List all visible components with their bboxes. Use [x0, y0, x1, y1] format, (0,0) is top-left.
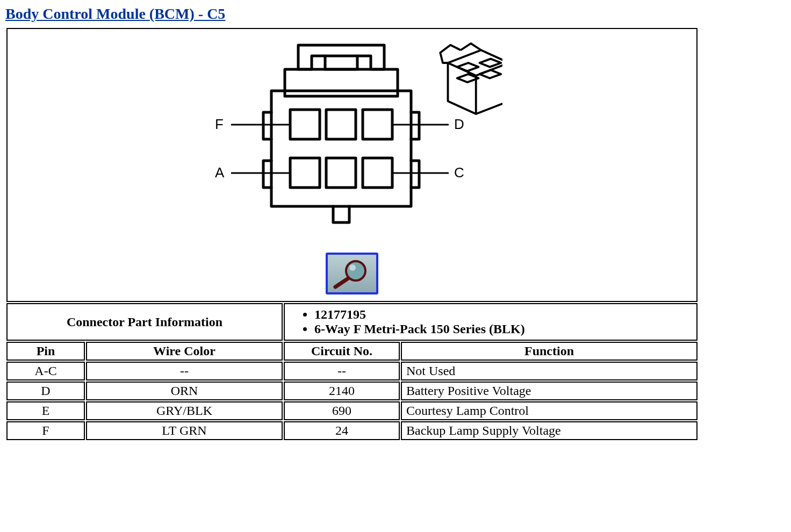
pin-label-f: F	[215, 116, 224, 133]
page-title[interactable]: Body Control Module (BCM) - C5	[5, 5, 225, 23]
header-wire: Wire Color	[86, 342, 283, 361]
pin-label-d: D	[454, 116, 464, 133]
cell-func: Backup Lamp Supply Voltage	[401, 421, 697, 440]
table-row: A-C -- -- Not Used	[6, 362, 697, 380]
diagram-cell: F D A C	[6, 28, 697, 302]
cell-circuit: 690	[284, 401, 400, 420]
pin-label-c: C	[454, 164, 464, 181]
svg-rect-0	[290, 110, 320, 139]
connector-diagram: F D A C	[202, 40, 502, 242]
cell-wire: LT GRN	[86, 421, 283, 440]
cell-circuit: 24	[284, 421, 400, 440]
svg-rect-1	[326, 110, 356, 139]
cell-pin: E	[6, 401, 85, 420]
connector-table: F D A C Connector Part Information 12177…	[5, 27, 699, 441]
cell-circuit: --	[284, 362, 400, 380]
cpi-label: Connector Part Information	[6, 303, 283, 341]
magnify-button[interactable]	[326, 253, 378, 294]
cell-circuit: 2140	[284, 382, 400, 400]
header-func: Function	[401, 342, 697, 361]
svg-rect-5	[363, 158, 392, 188]
cpi-desc: 6-Way F Metri-Pack 150 Series (BLK)	[314, 322, 693, 336]
cpi-values: 12177195 6-Way F Metri-Pack 150 Series (…	[284, 303, 697, 341]
svg-line-12	[335, 278, 348, 287]
cell-pin: A-C	[6, 362, 85, 380]
header-circuit: Circuit No.	[284, 342, 400, 361]
cell-wire: ORN	[86, 382, 283, 400]
cell-pin: D	[6, 382, 85, 400]
header-pin: Pin	[6, 342, 85, 361]
svg-rect-3	[290, 158, 320, 188]
table-row: F LT GRN 24 Backup Lamp Supply Voltage	[6, 421, 697, 440]
cell-wire: GRY/BLK	[86, 401, 283, 420]
table-row: E GRY/BLK 690 Courtesy Lamp Control	[6, 401, 697, 420]
cell-func: Courtesy Lamp Control	[401, 401, 697, 420]
cell-pin: F	[6, 421, 85, 440]
svg-point-11	[349, 264, 356, 271]
svg-rect-2	[363, 110, 392, 139]
svg-rect-4	[326, 158, 356, 188]
cpi-part-no: 12177195	[314, 307, 693, 322]
pin-label-a: A	[215, 164, 224, 181]
cell-func: Not Used	[401, 362, 697, 380]
table-row: D ORN 2140 Battery Positive Voltage	[6, 382, 697, 400]
cell-func: Battery Positive Voltage	[401, 382, 697, 400]
cell-wire: --	[86, 362, 283, 380]
